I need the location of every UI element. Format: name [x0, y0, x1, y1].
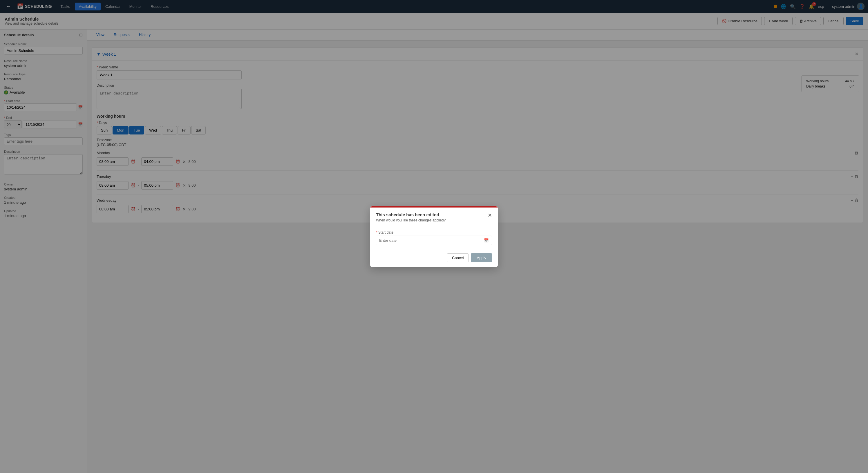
- modal-overlay: This schedule has been edited When would…: [0, 0, 868, 473]
- modal-close-button[interactable]: ✕: [488, 212, 492, 218]
- modal-apply-button[interactable]: Apply: [471, 253, 492, 262]
- modal-footer: Cancel Apply: [370, 250, 498, 267]
- modal-body: * Start date 📅: [370, 226, 498, 250]
- modal-cancel-button[interactable]: Cancel: [447, 253, 468, 262]
- modal-start-date-label: * Start date: [376, 230, 492, 234]
- modal-date-input-wrap: 📅: [376, 236, 492, 245]
- modal-subtitle: When would you like these changes applie…: [376, 218, 445, 222]
- modal-title: This schedule has been edited: [376, 212, 445, 217]
- modal-header-content: This schedule has been edited When would…: [376, 212, 445, 222]
- modal-dialog: This schedule has been edited When would…: [370, 206, 498, 267]
- modal-calendar-button[interactable]: 📅: [481, 236, 492, 244]
- modal-date-input[interactable]: [376, 236, 481, 245]
